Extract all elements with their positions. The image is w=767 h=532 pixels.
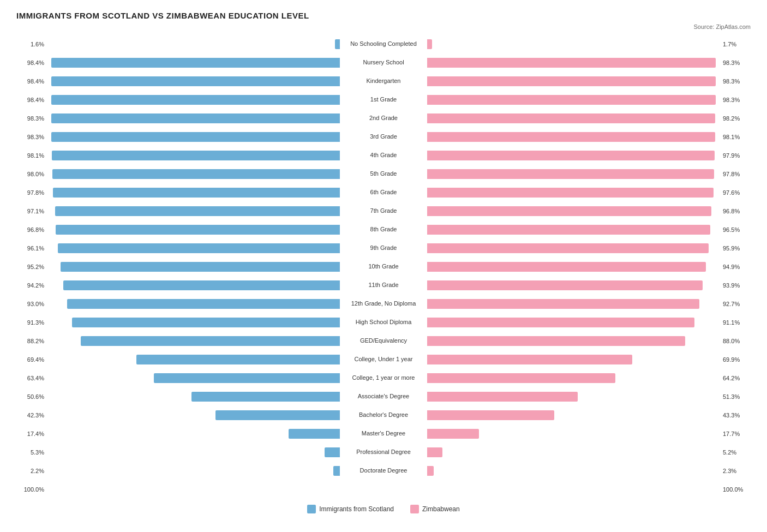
- left-bar-wrap: [46, 38, 340, 50]
- left-bar: [61, 262, 340, 272]
- right-bar: [427, 95, 716, 105]
- left-bar: [51, 58, 340, 68]
- bar-label: College, Under 1 year: [340, 356, 427, 363]
- right-bar-wrap: [427, 354, 721, 366]
- bar-label: 6th Grade: [340, 189, 427, 196]
- left-bar-wrap: [46, 57, 340, 69]
- left-value: 88.2%: [16, 338, 46, 344]
- axis-right-label: 100.0%: [721, 486, 751, 493]
- left-bar: [53, 188, 340, 198]
- right-bar-wrap: [427, 428, 721, 440]
- bar-label: 1st Grade: [340, 96, 427, 103]
- bar-row: 96.8% 8th Grade 96.5%: [16, 221, 751, 238]
- left-value: 91.3%: [16, 319, 46, 326]
- left-bar-wrap: [46, 205, 340, 217]
- left-bar-wrap: [46, 354, 340, 366]
- left-value: 97.8%: [16, 189, 46, 196]
- left-value: 17.4%: [16, 431, 46, 437]
- left-bar: [58, 243, 340, 253]
- right-value: 98.1%: [721, 134, 751, 140]
- right-bar: [427, 188, 714, 198]
- right-bar-wrap: [427, 224, 721, 236]
- left-bar: [136, 355, 340, 364]
- right-bar-wrap: [427, 465, 721, 477]
- bar-row: 96.1% 9th Grade 95.9%: [16, 240, 751, 257]
- left-bar: [52, 151, 340, 160]
- right-value: 1.7%: [721, 41, 751, 47]
- left-bar: [63, 280, 340, 290]
- left-bar: [51, 113, 340, 123]
- left-value: 98.4%: [16, 78, 46, 85]
- left-value: 95.2%: [16, 264, 46, 270]
- right-bar: [427, 447, 442, 457]
- bar-row: 17.4% Master's Degree 17.7%: [16, 425, 751, 443]
- left-bar-wrap: [46, 94, 340, 106]
- right-bar-wrap: [427, 409, 721, 421]
- bar-label: 3rd Grade: [340, 133, 427, 140]
- left-value: 98.1%: [16, 152, 46, 159]
- right-bar: [427, 392, 578, 402]
- bar-label: GED/Equivalency: [340, 337, 427, 344]
- bar-label: Associate's Degree: [340, 393, 427, 400]
- bar-label: Master's Degree: [340, 430, 427, 437]
- right-value: 97.8%: [721, 171, 751, 177]
- right-value: 96.8%: [721, 208, 751, 214]
- legend-swatch-left: [307, 505, 316, 513]
- right-bar-wrap: [427, 298, 721, 310]
- left-value: 63.4%: [16, 375, 46, 381]
- left-bar: [52, 169, 340, 179]
- left-value: 98.3%: [16, 115, 46, 122]
- left-bar-wrap: [46, 150, 340, 162]
- bar-label: 8th Grade: [340, 226, 427, 233]
- chart-title: IMMIGRANTS FROM SCOTLAND VS ZIMBABWEAN E…: [16, 11, 751, 20]
- right-bar: [427, 225, 710, 235]
- left-bar-wrap: [46, 372, 340, 384]
- left-value: 94.2%: [16, 282, 46, 289]
- left-value: 93.0%: [16, 301, 46, 307]
- bar-label: Doctorate Degree: [340, 467, 427, 474]
- right-bar: [427, 113, 715, 123]
- right-value: 98.3%: [721, 78, 751, 85]
- right-value: 96.5%: [721, 226, 751, 233]
- left-bar-wrap: [46, 335, 340, 347]
- bar-label: 4th Grade: [340, 152, 427, 159]
- left-value: 1.6%: [16, 41, 46, 47]
- right-value: 91.1%: [721, 319, 751, 326]
- bar-label: Professional Degree: [340, 449, 427, 456]
- legend-swatch-right: [410, 505, 419, 513]
- bar-label: 5th Grade: [340, 170, 427, 177]
- bar-label: 7th Grade: [340, 207, 427, 214]
- left-bar-wrap: [46, 409, 340, 421]
- axis-left-space: [46, 483, 340, 495]
- bar-row: 50.6% Associate's Degree 51.3%: [16, 388, 751, 405]
- right-bar: [427, 132, 715, 142]
- left-value: 97.1%: [16, 208, 46, 214]
- right-value: 69.9%: [721, 356, 751, 363]
- bar-row: 42.3% Bachelor's Degree 43.3%: [16, 407, 751, 424]
- left-value: 50.6%: [16, 393, 46, 400]
- right-value: 92.7%: [721, 301, 751, 307]
- left-bar-wrap: [46, 224, 340, 236]
- bar-row: 97.8% 6th Grade 97.6%: [16, 184, 751, 201]
- right-value: 98.3%: [721, 59, 751, 66]
- bar-row: 2.2% Doctorate Degree 2.3%: [16, 462, 751, 480]
- left-bar-wrap: [46, 428, 340, 440]
- bar-row: 91.3% High School Diploma 91.1%: [16, 314, 751, 331]
- right-bar-wrap: [427, 391, 721, 403]
- left-value: 5.3%: [16, 449, 46, 456]
- left-bar-wrap: [46, 465, 340, 477]
- right-bar: [427, 429, 479, 439]
- legend-item-left: Immigrants from Scotland: [307, 505, 394, 513]
- bar-row: 97.1% 7th Grade 96.8%: [16, 202, 751, 220]
- left-bar-wrap: [46, 446, 340, 458]
- right-bar-wrap: [427, 372, 721, 384]
- left-value: 2.2%: [16, 468, 46, 474]
- left-value: 96.8%: [16, 226, 46, 233]
- bar-row: 88.2% GED/Equivalency 88.0%: [16, 332, 751, 350]
- bar-label: Kindergarten: [340, 77, 427, 85]
- bar-row: 98.4% Kindergarten 98.3%: [16, 73, 751, 90]
- bar-row: 1.6% No Schooling Completed 1.7%: [16, 35, 751, 53]
- right-bar: [427, 151, 715, 160]
- bar-row: 95.2% 10th Grade 94.9%: [16, 258, 751, 276]
- left-bar: [335, 39, 340, 49]
